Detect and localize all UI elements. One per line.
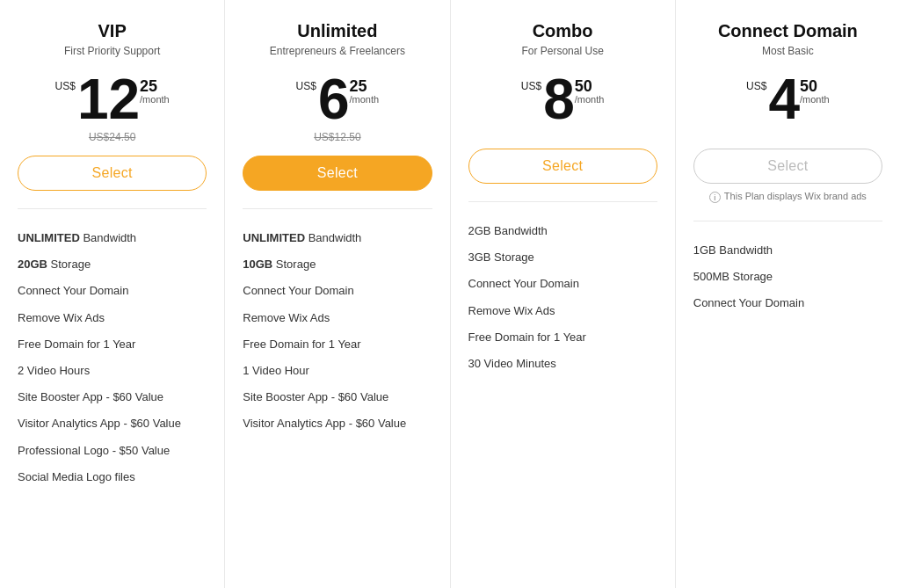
- list-item: Remove Wix Ads: [18, 305, 207, 331]
- plan-name-unlimited: Unlimited: [243, 21, 432, 41]
- plan-price-cents-vip: 25: [140, 78, 170, 94]
- select-button-connect-domain: Select: [693, 149, 882, 184]
- feature-bold: UNLIMITED: [243, 231, 305, 244]
- plan-divider-connect-domain: [693, 221, 882, 221]
- list-item: Free Domain for 1 Year: [468, 324, 657, 351]
- list-item: Visitor Analytics App - $60 Value: [18, 410, 207, 437]
- select-button-unlimited[interactable]: Select: [243, 156, 432, 191]
- feature-text: 500MB Storage: [693, 270, 773, 283]
- feature-bold: 10GB: [243, 258, 272, 271]
- list-item: 3GB Storage: [468, 244, 657, 271]
- list-item: Site Booster App - $60 Value: [18, 384, 207, 410]
- plan-col-vip: VIPFirst Priority SupportUS$1225/monthUS…: [0, 0, 225, 588]
- features-list-combo: 2GB Bandwidth3GB StorageConnect Your Dom…: [468, 218, 657, 377]
- features-list-unlimited: UNLIMITED Bandwidth10GB StorageConnect Y…: [243, 225, 432, 438]
- feature-text: Site Booster App - $60 Value: [243, 390, 388, 403]
- plan-price-main-connect-domain: 4: [768, 71, 800, 127]
- list-item: UNLIMITED Bandwidth: [243, 225, 432, 251]
- feature-text: Remove Wix Ads: [468, 304, 555, 317]
- feature-text: 2 Video Hours: [18, 364, 90, 377]
- plan-price-period-unlimited: /month: [350, 94, 380, 105]
- feature-text: 1GB Bandwidth: [693, 243, 773, 257]
- plan-currency-unlimited: US$: [296, 80, 316, 92]
- plan-price-block-vip: US$1225/month: [18, 71, 207, 127]
- plan-price-main-combo: 8: [543, 71, 575, 127]
- feature-text: Connect Your Domain: [243, 284, 353, 297]
- list-item: Connect Your Domain: [468, 271, 657, 297]
- plan-col-combo: ComboFor Personal UseUS$850/monthSelect2…: [451, 0, 676, 588]
- feature-text: Visitor Analytics App - $60 Value: [243, 417, 406, 430]
- feature-bold: UNLIMITED: [18, 231, 80, 244]
- plan-name-connect-domain: Connect Domain: [693, 21, 882, 41]
- plan-price-cents-combo: 50: [575, 78, 605, 94]
- wix-ads-note-text: This Plan displays Wix brand ads: [724, 191, 867, 201]
- feature-text: Connect Your Domain: [18, 284, 128, 297]
- plan-price-right-unlimited: 25/month: [350, 78, 380, 105]
- plan-currency-connect-domain: US$: [746, 80, 766, 92]
- feature-text: Remove Wix Ads: [243, 311, 330, 324]
- feature-text: Professional Logo - $50 Value: [18, 444, 170, 457]
- list-item: Remove Wix Ads: [243, 305, 432, 331]
- feature-text: Site Booster App - $60 Value: [18, 390, 163, 403]
- feature-text: Remove Wix Ads: [18, 311, 105, 324]
- feature-text: Storage: [272, 258, 316, 271]
- feature-text: 3GB Storage: [468, 250, 534, 264]
- feature-text: 2GB Bandwidth: [468, 224, 548, 237]
- plan-currency-vip: US$: [55, 80, 76, 92]
- list-item: Connect Your Domain: [693, 290, 882, 316]
- list-item: Free Domain for 1 Year: [18, 331, 207, 358]
- feature-text: 1 Video Hour: [243, 364, 309, 377]
- plan-name-vip: VIP: [18, 21, 207, 41]
- plan-divider-unlimited: [243, 208, 432, 209]
- feature-bold: 20GB: [18, 258, 47, 271]
- plan-subtitle-combo: For Personal Use: [468, 45, 657, 57]
- plan-divider-combo: [468, 201, 657, 202]
- feature-text: Connect Your Domain: [693, 296, 804, 309]
- plan-price-original-unlimited: US$12.50: [243, 131, 432, 143]
- plan-price-cents-connect-domain: 50: [800, 78, 830, 94]
- feature-text: Bandwidth: [80, 231, 136, 244]
- list-item: 500MB Storage: [693, 264, 882, 290]
- plan-currency-combo: US$: [521, 80, 541, 92]
- list-item: UNLIMITED Bandwidth: [18, 225, 207, 251]
- features-list-vip: UNLIMITED Bandwidth20GB StorageConnect Y…: [18, 225, 207, 490]
- feature-text: Connect Your Domain: [468, 277, 579, 290]
- plan-subtitle-vip: First Priority Support: [18, 45, 207, 57]
- plan-col-connect-domain: Connect DomainMost BasicUS$450/monthSele…: [676, 0, 900, 588]
- plan-price-right-vip: 25/month: [140, 78, 170, 105]
- plan-col-unlimited: UnlimitedEntrepreneurs & FreelancersUS$6…: [225, 0, 450, 588]
- list-item: Remove Wix Ads: [468, 298, 657, 324]
- select-button-vip[interactable]: Select: [18, 156, 207, 191]
- plan-name-combo: Combo: [468, 21, 657, 41]
- list-item: 20GB Storage: [18, 251, 207, 278]
- list-item: 1GB Bandwidth: [693, 237, 882, 264]
- list-item: Social Media Logo files: [18, 464, 207, 490]
- list-item: Connect Your Domain: [18, 278, 207, 304]
- plan-price-right-combo: 50/month: [575, 78, 605, 105]
- plan-price-period-vip: /month: [140, 94, 170, 105]
- plan-price-block-connect-domain: US$450/month: [693, 71, 882, 127]
- feature-text: Free Domain for 1 Year: [18, 338, 135, 351]
- wix-ads-note-connect-domain: iThis Plan displays Wix brand ads: [693, 191, 882, 203]
- list-item: 10GB Storage: [243, 251, 432, 278]
- select-button-combo[interactable]: Select: [468, 149, 657, 184]
- feature-text: Visitor Analytics App - $60 Value: [18, 417, 181, 430]
- feature-text: Free Domain for 1 Year: [468, 330, 586, 344]
- feature-text: Free Domain for 1 Year: [243, 338, 360, 351]
- features-list-connect-domain: 1GB Bandwidth500MB StorageConnect Your D…: [693, 237, 882, 317]
- plan-price-main-unlimited: 6: [318, 71, 350, 127]
- list-item: Visitor Analytics App - $60 Value: [243, 410, 432, 437]
- plan-price-right-connect-domain: 50/month: [800, 78, 830, 105]
- plan-price-block-unlimited: US$625/month: [243, 71, 432, 127]
- plan-subtitle-connect-domain: Most Basic: [693, 45, 882, 57]
- plan-price-block-combo: US$850/month: [468, 71, 657, 127]
- list-item: Professional Logo - $50 Value: [18, 438, 207, 464]
- plan-price-main-vip: 12: [77, 71, 140, 127]
- feature-text: 30 Video Minutes: [468, 357, 556, 370]
- plan-divider-vip: [18, 208, 207, 209]
- pricing-container: VIPFirst Priority SupportUS$1225/monthUS…: [0, 0, 900, 588]
- plan-price-period-connect-domain: /month: [800, 94, 830, 105]
- list-item: 1 Video Hour: [243, 358, 432, 384]
- plan-subtitle-unlimited: Entrepreneurs & Freelancers: [243, 45, 432, 57]
- list-item: 2GB Bandwidth: [468, 218, 657, 244]
